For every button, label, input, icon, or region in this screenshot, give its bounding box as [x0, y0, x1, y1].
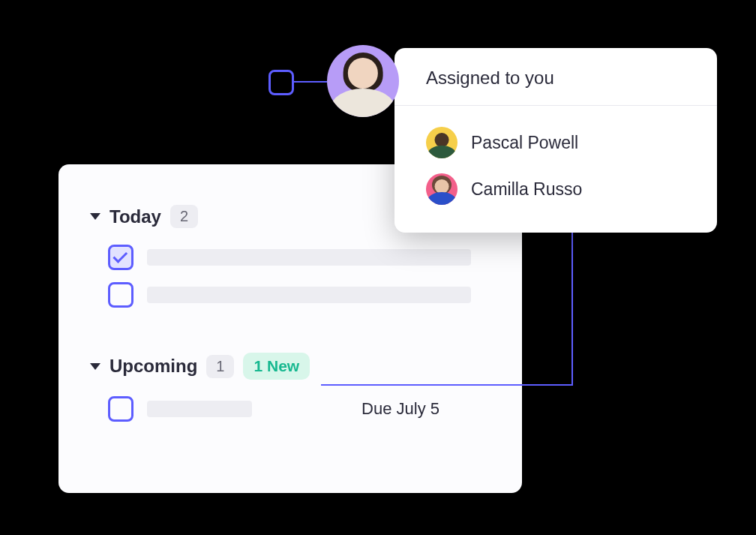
section-title: Upcoming: [110, 356, 197, 377]
assignee-name: Pascal Powell: [471, 133, 578, 153]
task-title-placeholder: [147, 249, 471, 266]
check-icon: [112, 248, 128, 263]
task-row[interactable]: [87, 282, 494, 308]
task-checkbox-checked[interactable]: [108, 245, 134, 270]
due-date: Due July 5: [362, 399, 440, 419]
section-title: Today: [110, 206, 161, 227]
floating-checkbox[interactable]: [268, 70, 294, 95]
connector-line: [572, 233, 573, 386]
task-title-placeholder: [147, 287, 471, 303]
section-header-upcoming[interactable]: Upcoming 1 1 New: [87, 353, 494, 380]
avatar: [426, 173, 458, 205]
avatar: [426, 127, 458, 158]
assignee-panel-title: Assigned to you: [394, 48, 717, 106]
assignee-item[interactable]: Pascal Powell: [426, 119, 686, 166]
caret-down-icon: [90, 363, 100, 370]
assignee-list: Pascal Powell Camilla Russo: [394, 106, 717, 226]
task-row[interactable]: Due July 5: [87, 396, 494, 422]
count-badge: 1: [206, 355, 234, 378]
new-badge: 1 New: [243, 353, 310, 380]
assignee-item[interactable]: Camilla Russo: [426, 166, 686, 212]
assignee-panel: Assigned to you Pascal Powell Camilla Ru…: [394, 48, 717, 233]
caret-down-icon: [90, 213, 100, 220]
current-user-avatar[interactable]: [327, 45, 399, 117]
task-checkbox[interactable]: [108, 396, 134, 422]
count-badge: 2: [170, 205, 198, 228]
task-checkbox[interactable]: [108, 282, 134, 308]
connector-line: [294, 81, 327, 83]
connector-line: [321, 384, 573, 386]
assignee-name: Camilla Russo: [471, 179, 582, 200]
task-title-placeholder: [147, 401, 252, 417]
task-row[interactable]: [87, 245, 494, 270]
